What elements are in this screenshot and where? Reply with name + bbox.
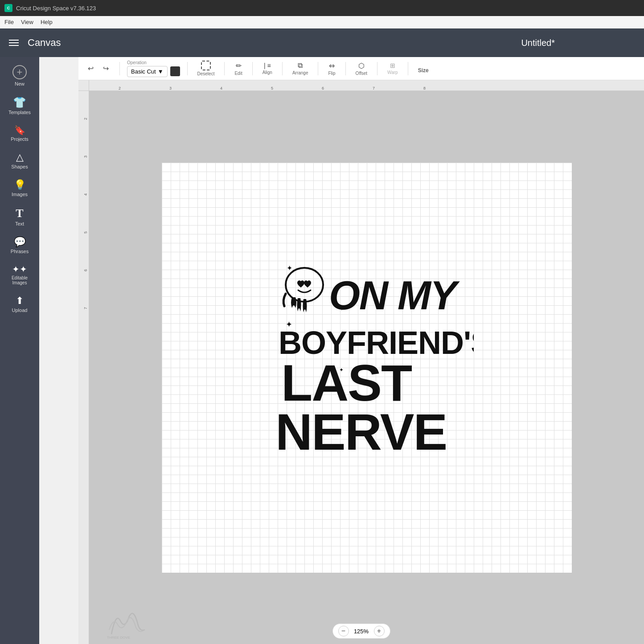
operation-select[interactable]: Basic Cut ▼ bbox=[127, 66, 168, 77]
edit-icon: ✏ bbox=[236, 62, 242, 70]
edit-button[interactable]: ✏ Edit bbox=[232, 60, 245, 78]
arrange-label: Arrange bbox=[292, 70, 308, 75]
offset-icon: ⬡ bbox=[358, 62, 365, 70]
operation-value: Basic Cut bbox=[131, 68, 156, 75]
canvas-scroll[interactable]: ✦ ✦ ✦ ✦ ✦ ON MY BOYFRIEND'S L bbox=[89, 91, 644, 644]
flip-button[interactable]: ⇔ Flip bbox=[325, 60, 338, 78]
warp-icon: ⊞ bbox=[390, 62, 395, 69]
design-artwork[interactable]: ✦ ✦ ✦ ✦ ✦ ON MY BOYFRIEND'S L bbox=[260, 240, 474, 472]
svg-point-0 bbox=[286, 268, 323, 302]
ruler-h-2: 2 bbox=[118, 86, 122, 90]
deselect-label: Deselect bbox=[197, 71, 215, 76]
offset-button[interactable]: ⬡ Offset bbox=[353, 60, 370, 78]
operation-label: Operation bbox=[127, 60, 180, 65]
sidebar-new-label: New bbox=[15, 81, 25, 86]
deselect-button[interactable]: Deselect bbox=[195, 59, 217, 78]
sidebar-item-editable-images[interactable]: ✦✦ Editable Images bbox=[2, 260, 37, 290]
shapes-icon: △ bbox=[16, 152, 24, 162]
zoom-out-button[interactable]: − bbox=[338, 626, 349, 636]
redo-button[interactable]: ↪ bbox=[99, 62, 112, 75]
ruler-corner bbox=[78, 80, 89, 91]
main-layout: + New 👕 Templates 🔖 Projects △ Shapes 💡 … bbox=[0, 57, 644, 644]
sidebar: + New 👕 Templates 🔖 Projects △ Shapes 💡 … bbox=[0, 57, 39, 644]
svg-text:LAST: LAST bbox=[281, 354, 412, 411]
size-button[interactable]: Size bbox=[415, 62, 431, 75]
sidebar-upload-label: Upload bbox=[12, 308, 28, 313]
divider-8 bbox=[377, 62, 377, 75]
projects-icon: 🔖 bbox=[14, 126, 25, 135]
menu-view[interactable]: View bbox=[21, 19, 33, 25]
operation-group: Operation Basic Cut ▼ bbox=[127, 60, 180, 77]
document-title: Untitled* bbox=[521, 38, 555, 48]
operation-controls: Basic Cut ▼ bbox=[127, 66, 180, 77]
flip-icon: ⇔ bbox=[329, 62, 335, 70]
divider-3 bbox=[224, 62, 225, 75]
menu-file[interactable]: File bbox=[4, 19, 14, 25]
sidebar-projects-label: Projects bbox=[11, 136, 29, 142]
deselect-icon bbox=[201, 61, 211, 70]
zoom-bar: − 125% + bbox=[332, 623, 390, 639]
size-label: Size bbox=[418, 67, 429, 74]
divider-9 bbox=[408, 62, 408, 75]
arrange-icon: ⧉ bbox=[298, 62, 303, 70]
editable-images-icon: ✦✦ bbox=[12, 265, 27, 274]
sidebar-item-phrases[interactable]: 💬 Phrases bbox=[2, 233, 37, 258]
sidebar-item-upload[interactable]: ⬆ Upload bbox=[2, 291, 37, 317]
canvas-area: 2 3 4 5 6 7 8 2 3 4 5 6 7 bbox=[78, 80, 644, 644]
sidebar-text-label: Text bbox=[15, 221, 24, 226]
color-swatch[interactable] bbox=[170, 66, 180, 76]
undo-button[interactable]: ↩ bbox=[84, 62, 97, 75]
sidebar-item-projects[interactable]: 🔖 Projects bbox=[2, 121, 37, 146]
text-icon: T bbox=[16, 208, 23, 219]
images-icon: 💡 bbox=[14, 180, 26, 190]
toolbar: ↩ ↪ Operation Basic Cut ▼ Deselect bbox=[78, 57, 644, 80]
divider-6 bbox=[318, 62, 318, 75]
divider-1 bbox=[119, 62, 120, 75]
hamburger-button[interactable] bbox=[9, 40, 19, 46]
ruler-vertical: 2 3 4 5 6 7 bbox=[78, 91, 89, 644]
ruler-h-5: 5 bbox=[270, 86, 274, 90]
edit-label: Edit bbox=[234, 71, 242, 76]
ruler-v-2: 2 bbox=[82, 118, 89, 120]
zoom-in-button[interactable]: + bbox=[374, 626, 385, 636]
flip-label: Flip bbox=[328, 71, 335, 76]
warp-button[interactable]: ⊞ Warp bbox=[385, 60, 401, 77]
svg-text:NERVE: NERVE bbox=[275, 403, 447, 460]
ruler-h-4: 4 bbox=[219, 86, 223, 90]
app-header: Canvas Untitled* bbox=[0, 29, 644, 57]
menu-help[interactable]: Help bbox=[41, 19, 53, 25]
align-button[interactable]: | ≡ Align bbox=[260, 60, 275, 77]
ruler-v-3: 3 bbox=[82, 156, 89, 158]
sidebar-item-images[interactable]: 💡 Images bbox=[2, 176, 37, 201]
ruler-h-7: 7 bbox=[372, 86, 376, 90]
watermark: THREE DOVE bbox=[103, 603, 156, 640]
sidebar-item-text[interactable]: T Text bbox=[2, 203, 37, 231]
ruler-v-5: 5 bbox=[82, 231, 89, 234]
svg-text:✦: ✦ bbox=[287, 264, 292, 272]
phrases-icon: 💬 bbox=[14, 237, 26, 247]
sidebar-phrases-label: Phrases bbox=[11, 249, 29, 254]
align-label: Align bbox=[263, 70, 272, 75]
warp-label: Warp bbox=[387, 70, 398, 75]
sidebar-item-shapes[interactable]: △ Shapes bbox=[2, 148, 37, 174]
ruler-horizontal: 2 3 4 5 6 7 8 bbox=[89, 80, 644, 91]
ruler-h-6: 6 bbox=[321, 86, 325, 90]
zoom-level: 125% bbox=[353, 628, 370, 635]
sidebar-item-new[interactable]: + New bbox=[2, 61, 37, 91]
sidebar-item-templates[interactable]: 👕 Templates bbox=[2, 93, 37, 119]
operation-dropdown-icon: ▼ bbox=[158, 68, 164, 75]
sidebar-images-label: Images bbox=[12, 192, 28, 197]
watermark-logo: THREE DOVE bbox=[103, 603, 156, 639]
divider-4 bbox=[252, 62, 253, 75]
canvas-label: Canvas bbox=[28, 37, 61, 49]
arrange-button[interactable]: ⧉ Arrange bbox=[290, 60, 311, 77]
title-bar: C Cricut Design Space v7.36.123 bbox=[0, 0, 644, 16]
sidebar-shapes-label: Shapes bbox=[11, 164, 28, 169]
undo-redo-group: ↩ ↪ bbox=[84, 62, 112, 75]
canvas-grid: ✦ ✦ ✦ ✦ ✦ ON MY BOYFRIEND'S L bbox=[162, 163, 572, 573]
ruler-v-4: 4 bbox=[82, 193, 89, 196]
app-title: Cricut Design Space v7.36.123 bbox=[16, 5, 96, 12]
menu-bar: File View Help bbox=[0, 16, 644, 29]
ruler-h-3: 3 bbox=[168, 86, 172, 90]
ruler-v-7: 7 bbox=[82, 307, 89, 309]
